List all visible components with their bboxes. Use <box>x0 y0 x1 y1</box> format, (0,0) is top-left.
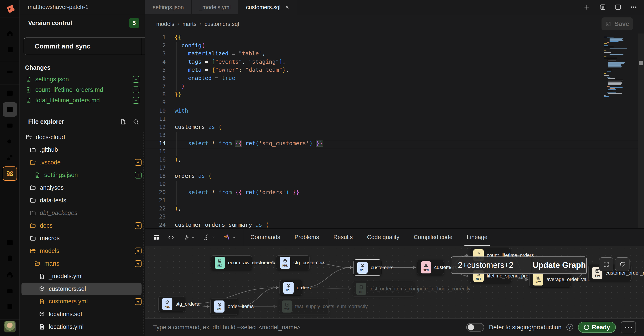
more-options-icon[interactable] <box>630 3 637 11</box>
format-broom-icon[interactable] <box>203 234 216 241</box>
tree-item-customers-sql[interactable]: customers.sql <box>22 283 142 295</box>
new-file-icon[interactable] <box>120 118 126 125</box>
version-control-header[interactable]: Version control 5 <box>25 18 139 28</box>
lineage-search-box[interactable]: 2+customers+2 Update Graph <box>451 257 587 274</box>
catalog-icon[interactable] <box>3 166 17 181</box>
close-icon[interactable] <box>285 5 290 9</box>
defer-toggle[interactable] <box>466 323 484 332</box>
stage-add-badge[interactable]: + <box>135 172 142 179</box>
changed-file-row[interactable]: count_lifetime_orders.md + <box>25 85 139 95</box>
results-table-icon[interactable] <box>153 234 160 241</box>
fullscreen-button[interactable] <box>599 257 613 271</box>
tree-item-models[interactable]: models <box>22 245 142 257</box>
ide-icon[interactable] <box>3 102 17 117</box>
node-label: stg_customers <box>294 260 325 265</box>
visual-editor-icon[interactable] <box>3 118 17 133</box>
audit-icon[interactable] <box>3 134 17 149</box>
help-icon[interactable]: ? <box>566 324 573 331</box>
panel-tab-code-quality[interactable]: Code quality <box>360 229 406 246</box>
breadcrumb-item[interactable]: customers.sql <box>204 21 239 27</box>
dashboard-icon[interactable] <box>3 86 17 100</box>
editor-scrollbar[interactable] <box>638 33 644 228</box>
code-line: 23 <box>145 213 638 222</box>
user-avatar[interactable] <box>4 321 16 333</box>
search-icon[interactable] <box>132 118 139 125</box>
tree-item-dbt-packages[interactable]: dbt_packages <box>22 207 142 219</box>
tasks-icon[interactable] <box>3 251 17 266</box>
commit-and-sync-button[interactable]: Commit and sync <box>24 37 161 55</box>
panel-tab-commands[interactable]: Commands <box>243 229 287 246</box>
terminal-icon[interactable] <box>3 236 17 250</box>
tab-settings.json[interactable]: settings.json <box>145 0 192 14</box>
build-wrench-icon[interactable] <box>182 234 195 241</box>
split-editor-icon[interactable] <box>614 3 622 11</box>
sidebar-scrollbar[interactable] <box>143 132 144 334</box>
refresh-graph-button[interactable] <box>615 257 630 271</box>
org-icon[interactable] <box>3 299 17 314</box>
lineage-node-oi[interactable]: MDL order_items <box>210 298 238 315</box>
stage-add-badge[interactable]: + <box>132 76 139 83</box>
changed-file-row[interactable]: total_lifetime_orders.md + <box>25 95 139 105</box>
dbt-logo-icon[interactable] <box>3 2 17 16</box>
environments-icon[interactable] <box>3 63 17 78</box>
tree-item-macros[interactable]: macros <box>22 232 142 245</box>
more-actions-button[interactable] <box>621 321 636 333</box>
tree-item-locations-yml[interactable]: locations.yml <box>22 321 142 333</box>
minimap[interactable] <box>604 33 638 228</box>
tree-item-settings-json[interactable]: settings.json+ <box>22 169 142 181</box>
line-number: 18 <box>145 173 166 179</box>
folder-icon <box>30 210 36 217</box>
support-icon[interactable] <box>3 267 17 282</box>
tree-item-label: marts <box>44 260 60 267</box>
new-tab-icon[interactable] <box>583 3 590 11</box>
save-button[interactable]: Save <box>602 17 633 30</box>
lineage-node-orders[interactable]: MDL orders <box>280 280 302 295</box>
lineage-node-stgc[interactable]: MDL stg_customers <box>276 255 310 270</box>
tree-item-analyses[interactable]: analyses <box>22 181 142 194</box>
panel-tab-lineage[interactable]: Lineage <box>460 229 495 246</box>
lineage-canvas[interactable]: SRC ecom.raw_customers MDL stg_customers… <box>145 246 644 318</box>
panel-tab-results[interactable]: Results <box>326 229 360 246</box>
changed-file-row[interactable]: settings.json + <box>25 74 139 84</box>
tree-item--models-yml[interactable]: _models.yml <box>22 270 142 283</box>
lineage-node-aov[interactable]: MET average_order_value <box>529 272 571 287</box>
tree-item--vscode[interactable]: .vscode <box>22 156 142 169</box>
panel-tab-problems[interactable]: Problems <box>287 229 326 246</box>
breadcrumb-item[interactable]: marts <box>182 21 196 27</box>
code-editor[interactable]: 1{{2 config(3 materialized = "table",4 t… <box>145 33 644 228</box>
update-graph-button[interactable]: Update Graph <box>532 257 586 274</box>
command-input[interactable]: Type a command, ex. dbt build --select <… <box>153 324 300 331</box>
tree-item-marts[interactable]: marts <box>22 257 142 270</box>
status-badge[interactable]: Ready <box>578 322 616 333</box>
tree-item-docs[interactable]: docs <box>22 219 142 232</box>
orchestration-icon[interactable] <box>3 150 17 165</box>
tab-customers.sql[interactable]: customers.sql <box>238 0 297 14</box>
home-icon[interactable] <box>3 26 17 41</box>
lineage-node-stgo[interactable]: MDL stg_orders <box>158 296 185 312</box>
lineage-node-cust[interactable]: MDL customers <box>354 259 381 276</box>
docs-icon[interactable] <box>3 42 17 57</box>
tree-item-locations-sql[interactable]: locations.sql <box>22 308 142 320</box>
tree-item-customers-yml[interactable]: customers.yml <box>22 295 142 308</box>
tree-item-label: data-tests <box>40 197 66 204</box>
lineage-node-t1[interactable]: TST test_order_items_compute_to_bools_co… <box>352 281 415 297</box>
tab-_models.yml[interactable]: _models.yml <box>192 0 238 14</box>
lineage-node-t2[interactable]: TST test_supply_costs_sum_correctly <box>278 298 329 315</box>
notebook-icon[interactable] <box>599 3 606 11</box>
stage-add-badge[interactable]: + <box>132 97 139 104</box>
ai-sparkle-icon[interactable] <box>224 234 236 241</box>
code-line: 12customers as ( <box>145 124 638 132</box>
panel-tab-compiled-code[interactable]: Compiled code <box>406 229 460 246</box>
browser-icon[interactable] <box>3 284 17 298</box>
lineage-search-input[interactable]: 2+customers+2 <box>451 257 532 274</box>
tree-item-docs-cloud[interactable]: docs-cloud <box>22 131 142 143</box>
tree-item-data-tests[interactable]: data-tests <box>22 194 142 207</box>
stage-add-badge[interactable]: + <box>132 86 139 93</box>
compile-code-icon[interactable] <box>168 234 175 241</box>
tree-item--github[interactable]: .github <box>22 144 142 156</box>
breadcrumb-item[interactable]: models <box>156 21 174 27</box>
line-number: 13 <box>145 132 166 138</box>
lineage-node-raw[interactable]: SRC ecom.raw_customers <box>211 255 252 270</box>
lineage-node-sem[interactable]: SEM customers <box>417 260 444 275</box>
file-explorer-header[interactable]: File explorer <box>25 117 139 127</box>
